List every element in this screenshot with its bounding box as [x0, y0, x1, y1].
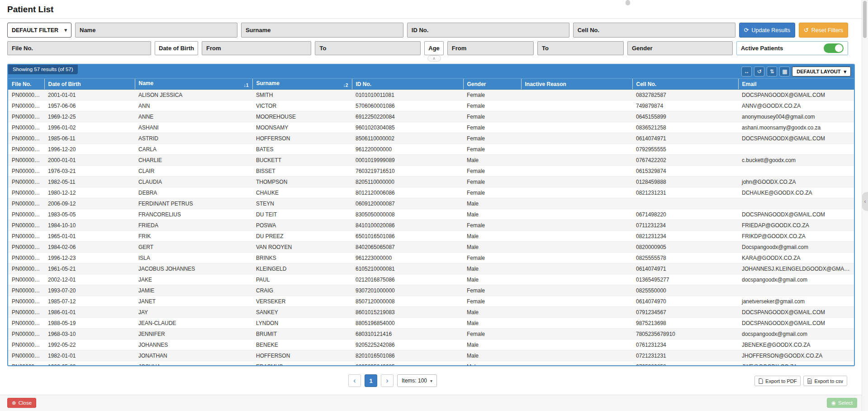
table-cell: [632, 198, 738, 209]
table-cell: ISLA: [135, 253, 252, 263]
dob-to-input[interactable]: [315, 41, 421, 55]
sort-indicator-name: ↓1: [243, 82, 248, 88]
export-csv-button[interactable]: Export to csv: [803, 376, 847, 386]
table-cell: 0614074971: [632, 133, 738, 144]
table-cell: PN00000037: [8, 329, 44, 339]
table-row[interactable]: PN000000311976-03-21CLAIRBISSET760321971…: [8, 166, 854, 177]
table-cell: CHAUKE: [252, 187, 352, 198]
table-cell: MOONSAMY: [252, 122, 352, 133]
table-row[interactable]: PN000000451985-07-12JANETVERSEKER8507120…: [8, 296, 854, 307]
table-cell: JANET: [135, 296, 252, 307]
table-row[interactable]: PN000000051982-05-11CLAUDIATHOMPSON82051…: [8, 177, 854, 187]
table-cell: JAKE: [135, 274, 252, 285]
scrollbar-thumb[interactable]: [863, 1, 867, 38]
table-row[interactable]: PN000000511982-05-23JOSHUAERASMUS8205235…: [8, 361, 854, 367]
table-row[interactable]: PN000000532000-01-01CHARLIEBUCKETT000101…: [8, 155, 854, 166]
table-cell: [738, 144, 854, 155]
reset-filters-button[interactable]: ↺ Reset Filters: [799, 23, 848, 38]
filter-preset-select[interactable]: DEFAULT FILTER ▾: [7, 23, 71, 38]
column-header-cell-no[interactable]: Cell No.: [632, 79, 738, 90]
gender-input[interactable]: [627, 41, 733, 55]
items-per-page-select[interactable]: Items: 100 ▾: [397, 374, 437, 387]
table-cell: 0821231234: [632, 231, 738, 242]
column-header-name[interactable]: Name ↓1: [135, 79, 252, 90]
table-row[interactable]: PN000000401993-07-20JAMIECRAIG9307201000…: [8, 285, 854, 296]
prev-page-button[interactable]: ‹: [348, 374, 361, 387]
close-button[interactable]: ⊗ Close: [7, 398, 36, 408]
table-row[interactable]: PN000000182006-09-12FERDINANT PETRUSSTEY…: [8, 198, 854, 209]
table-cell: Male: [463, 242, 521, 253]
active-patients-toggle[interactable]: [824, 43, 844, 53]
fit-columns-button[interactable]: ↔: [741, 67, 752, 76]
file-no-input[interactable]: [7, 41, 151, 55]
column-header-file-no[interactable]: File No.: [8, 79, 44, 90]
table-row[interactable]: PN000000431986-01-01JAYSANKEY86010152190…: [8, 307, 854, 318]
table-cell: [521, 253, 632, 263]
id-no-input[interactable]: [407, 23, 569, 38]
cell-no-input[interactable]: [573, 23, 735, 38]
column-header-email[interactable]: Email: [738, 79, 854, 90]
table-cell: FRIK: [135, 231, 252, 242]
table-row[interactable]: PN000000381988-05-19JEAN-CLAUDELYNDON880…: [8, 318, 854, 329]
table-cell: PN00000022: [8, 263, 44, 274]
table-row[interactable]: PN000000351984-02-06GERTVAN ROOYEN840206…: [8, 242, 854, 253]
table-cell: PN00000040: [8, 285, 44, 296]
sort-button[interactable]: ⇅: [767, 67, 777, 76]
table-cell: 0614074971: [632, 263, 738, 274]
chevron-left-icon: ‹: [353, 377, 356, 385]
next-page-button[interactable]: ›: [381, 374, 394, 387]
table-row[interactable]: PN000000362002-12-01JAKEPAUL021201687508…: [8, 274, 854, 285]
footer-bar: [0, 395, 868, 411]
table-row[interactable]: PN000000061980-12-12DEBRACHAUKE801212000…: [8, 187, 854, 198]
table-cell: PN00000036: [8, 274, 44, 285]
column-header-id-no[interactable]: ID No.: [352, 79, 463, 90]
side-panel-handle[interactable]: ‹: [862, 192, 868, 211]
table-row[interactable]: PN000000631996-01-02ASHANIMOONSAMY960102…: [8, 122, 854, 133]
collapse-filters-tab[interactable]: ∧: [427, 55, 441, 62]
table-cell: [521, 155, 632, 166]
table-cell: [521, 187, 632, 198]
column-header-gender[interactable]: Gender: [463, 79, 521, 90]
columns-button[interactable]: ▦: [779, 67, 790, 76]
surname-input[interactable]: [241, 23, 403, 38]
age-from-input[interactable]: [447, 41, 534, 55]
document-icon: [759, 378, 763, 384]
table-row[interactable]: PN000000232001-01-01ALISON JESSICASMITH0…: [8, 90, 854, 100]
dob-from-input[interactable]: [202, 41, 311, 55]
column-header-date-of-birth[interactable]: Date of Birth: [44, 79, 135, 90]
table-cell: 2002-12-01: [44, 274, 135, 285]
layout-select[interactable]: DEFAULT LAYOUT ▾: [792, 67, 851, 76]
name-input[interactable]: [75, 23, 237, 38]
table-cell: CRAIG: [252, 285, 352, 296]
table-cell: ALISON JESSICA: [135, 90, 252, 100]
table-cell: DOCSPANGOODX@GMAIL.COM: [738, 90, 854, 100]
table-row[interactable]: PN000000021992-05-22JOHANNESBENEKE920522…: [8, 339, 854, 350]
page-1-button[interactable]: 1: [365, 374, 377, 387]
table-cell: PN00000006: [8, 187, 44, 198]
refresh-grid-button[interactable]: ↺: [754, 67, 764, 76]
table-row[interactable]: PN000000111984-10-10FRIEDAPOSWA841010002…: [8, 220, 854, 231]
table-cell: PAUL: [252, 274, 352, 285]
table-row[interactable]: PN000000421996-12-20CARLABATES9612200000…: [8, 144, 854, 155]
table-cell: Female: [463, 111, 521, 122]
close-circle-icon: ⊗: [12, 400, 16, 406]
table-row[interactable]: PN000000031982-01-01JONATHANHOFFERSON820…: [8, 350, 854, 361]
table-row[interactable]: PN000000441983-05-05FRANCORELIUSDU TEIT8…: [8, 209, 854, 220]
table-row[interactable]: PN000000481969-12-25ANNEMOOREHOUSE691225…: [8, 111, 854, 122]
table-cell: [521, 144, 632, 155]
table-cell: 1996-01-02: [44, 122, 135, 133]
table-cell: CHARLIE: [135, 155, 252, 166]
column-header-surname[interactable]: Surname ↓2: [252, 79, 352, 90]
select-button[interactable]: ◉ Select: [827, 398, 857, 408]
table-row[interactable]: PN000000461985-06-11ASTRIDHOFFERSON85061…: [8, 133, 854, 144]
age-to-input[interactable]: [537, 41, 624, 55]
export-pdf-button[interactable]: Export to PDF: [754, 376, 801, 386]
table-row[interactable]: PN000000371968-03-10JENNIFERBRUMIT680310…: [8, 329, 854, 339]
table-row[interactable]: PN000000101965-01-01FRIKDU PREEZ65010165…: [8, 231, 854, 242]
table-row[interactable]: PN000000221961-05-21JACOBUS JOHANNESKLEI…: [8, 263, 854, 274]
table-row[interactable]: PN000000081996-12-23ISLABRINKS9612230000…: [8, 253, 854, 263]
table-row[interactable]: PN000000091957-06-06ANNVICTOR57060600010…: [8, 100, 854, 111]
column-header-inactive-reason[interactable]: Inactive Reason: [521, 79, 632, 90]
update-results-button[interactable]: ⟳ Update Results: [739, 23, 795, 38]
table-cell: Male: [463, 274, 521, 285]
